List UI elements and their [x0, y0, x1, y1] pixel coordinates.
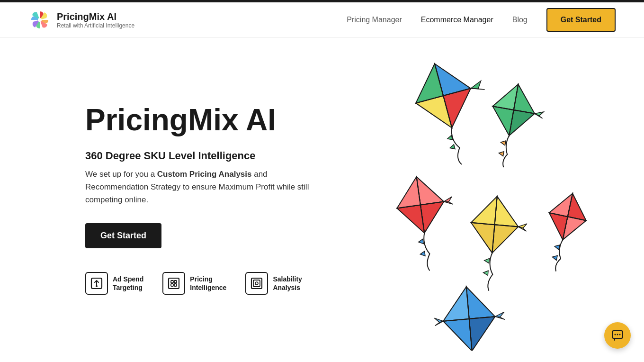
svg-rect-9	[253, 280, 260, 287]
hero-section: PricingMix AI 360 Degree SKU Level Intel…	[0, 38, 644, 351]
logo-name: PricingMix AI	[57, 11, 134, 22]
logo-icon	[28, 9, 51, 31]
hero-title: PricingMix AI	[85, 103, 313, 136]
svg-rect-6	[171, 284, 173, 286]
logo-tagline: Retail with Artificial Intelligence	[57, 22, 134, 29]
svg-point-10	[255, 282, 258, 285]
nav-link-ecommerce-manager[interactable]: Ecommerce Manager	[421, 16, 493, 24]
salability-label: SalabilityAnalysis	[273, 275, 302, 292]
svg-rect-7	[174, 284, 177, 286]
feature-salability: SalabilityAnalysis	[245, 272, 302, 295]
svg-rect-5	[174, 281, 177, 283]
logo-text-block: PricingMix AI Retail with Artificial Int…	[57, 11, 134, 29]
get-started-hero-button[interactable]: Get Started	[85, 223, 161, 248]
svg-point-24	[615, 334, 616, 335]
svg-point-26	[619, 334, 621, 335]
get-started-nav-button[interactable]: Get Started	[546, 8, 616, 32]
svg-point-25	[617, 334, 618, 335]
feature-icons: Ad SpendTargeting PricingIntelligence	[85, 272, 313, 295]
nav-links: Pricing Manager Ecommerce Manager Blog G…	[347, 8, 616, 32]
nav-link-blog[interactable]: Blog	[512, 16, 528, 24]
chat-icon	[611, 329, 624, 342]
nav-link-pricing-manager[interactable]: Pricing Manager	[347, 16, 402, 24]
kites-svg	[369, 57, 644, 351]
kites-illustration	[369, 57, 644, 351]
ad-spend-icon	[85, 272, 108, 295]
pricing-intelligence-label: PricingIntelligence	[190, 275, 226, 292]
svg-rect-3	[169, 278, 179, 289]
pricing-intelligence-icon	[162, 272, 185, 295]
hero-content: PricingMix AI 360 Degree SKU Level Intel…	[85, 103, 313, 295]
chat-widget[interactable]	[604, 322, 631, 349]
logo-area: PricingMix AI Retail with Artificial Int…	[28, 9, 134, 31]
salability-icon	[245, 272, 268, 295]
svg-rect-4	[171, 281, 173, 283]
hero-subtitle: 360 Degree SKU Level Intelligence	[85, 150, 313, 162]
feature-ad-spend: Ad SpendTargeting	[85, 272, 143, 295]
ad-spend-label: Ad SpendTargeting	[113, 275, 143, 292]
svg-point-0	[38, 18, 42, 22]
hero-container: PricingMix AI 360 Degree SKU Level Intel…	[0, 38, 644, 351]
feature-pricing-intelligence: PricingIntelligence	[162, 272, 226, 295]
navbar: PricingMix AI Retail with Artificial Int…	[0, 2, 644, 38]
svg-point-2	[96, 285, 98, 287]
hero-description: We set up for you a Custom Pricing Analy…	[85, 168, 313, 207]
